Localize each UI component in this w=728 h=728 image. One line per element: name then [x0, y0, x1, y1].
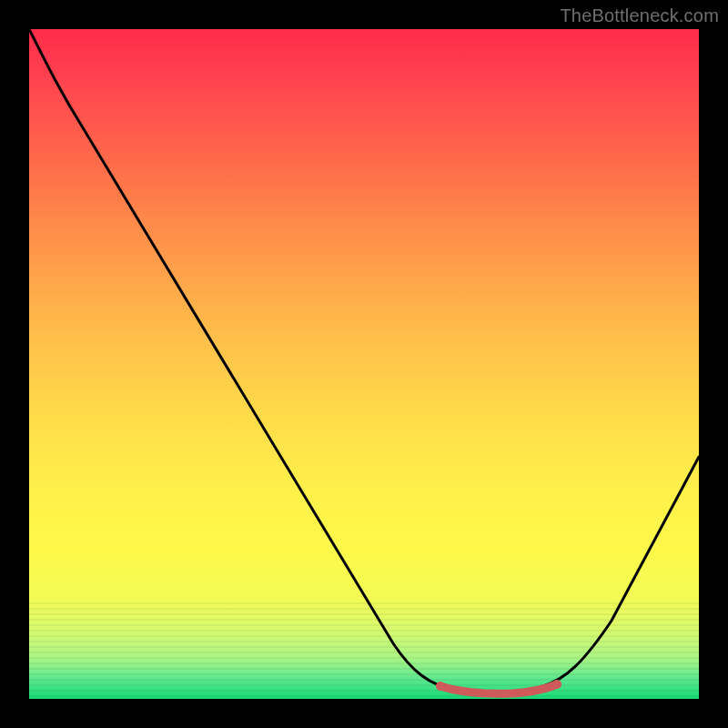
plot-area	[29, 29, 699, 699]
optimal-range-highlight	[440, 684, 557, 693]
watermark-text: TheBottleneck.com	[560, 5, 719, 26]
curve-svg	[29, 29, 699, 699]
bottleneck-curve	[29, 29, 699, 693]
highlight-endpoint-left	[436, 682, 445, 691]
highlight-endpoint-right	[552, 680, 561, 689]
chart-frame: TheBottleneck.com	[0, 0, 728, 728]
